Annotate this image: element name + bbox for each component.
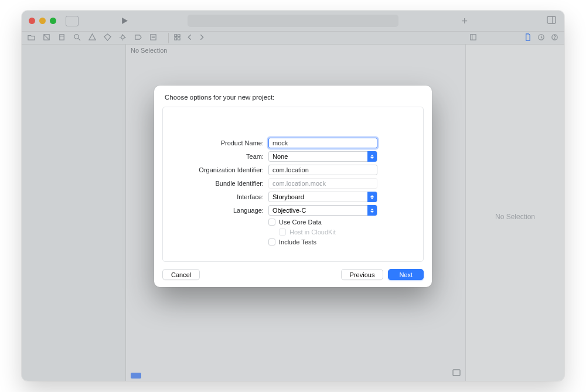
- cancel-button[interactable]: Cancel: [162, 269, 200, 280]
- checkbox-icon[interactable]: [268, 238, 275, 246]
- org-id-field[interactable]: [268, 165, 377, 175]
- team-value: None: [272, 153, 288, 160]
- chevrons-icon: [367, 192, 377, 202]
- team-select[interactable]: None: [268, 151, 377, 162]
- chevrons-icon: [367, 205, 377, 216]
- language-value: Objective-C: [272, 207, 306, 214]
- checkbox-icon: [279, 229, 286, 236]
- checkbox-icon[interactable]: [268, 219, 275, 226]
- sheet-footer: Cancel Previous Next: [154, 262, 432, 287]
- interface-select[interactable]: Storyboard: [268, 192, 377, 202]
- cloudkit-row: Host in CloudKit: [268, 229, 413, 236]
- bundle-id-label: Bundle Identifier:: [169, 180, 268, 187]
- include-tests-row[interactable]: Include Tests: [268, 238, 413, 246]
- sheet-body: Product Name: Team: None Organization Id…: [162, 107, 424, 262]
- product-name-field[interactable]: [268, 138, 377, 148]
- previous-button[interactable]: Previous: [341, 269, 384, 280]
- include-tests-label: Include Tests: [279, 238, 316, 246]
- new-project-sheet: Choose options for your new project: Pro…: [154, 86, 432, 287]
- core-data-label: Use Core Data: [279, 219, 322, 226]
- cloudkit-label: Host in CloudKit: [289, 229, 336, 236]
- language-label: Language:: [169, 207, 268, 214]
- interface-value: Storyboard: [272, 193, 304, 200]
- core-data-row[interactable]: Use Core Data: [268, 219, 413, 226]
- sheet-title: Choose options for your new project:: [154, 86, 432, 107]
- bundle-id-field: [268, 178, 377, 189]
- next-button[interactable]: Next: [388, 269, 424, 280]
- interface-label: Interface:: [169, 193, 268, 200]
- language-select[interactable]: Objective-C: [268, 205, 377, 216]
- org-id-label: Organization Identifier:: [169, 166, 268, 173]
- product-name-label: Product Name:: [169, 139, 268, 146]
- team-label: Team:: [169, 153, 268, 160]
- chevrons-icon: [367, 151, 377, 162]
